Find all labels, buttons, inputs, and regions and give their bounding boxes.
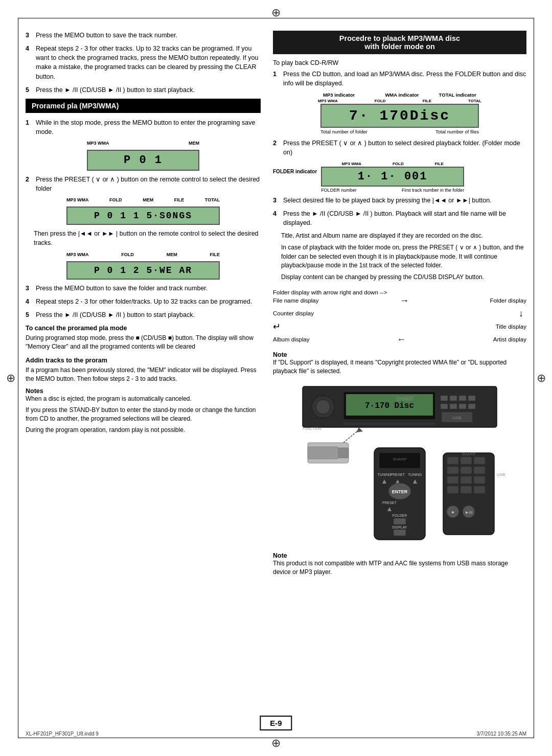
prog-step-5: 5 Press the ► /II (CD/USB ► /II ) button… xyxy=(26,310,261,319)
prog-step-5-content: Press the ► /II (CD/USB ► /II ) button t… xyxy=(36,310,261,319)
flow-arrow-down: ↓ xyxy=(314,308,526,319)
lcd2-ind2: FOLD xyxy=(109,197,122,202)
folder-indicator-label: FOLDER indicator xyxy=(273,169,317,174)
svg-rect-46 xyxy=(461,467,472,474)
flow-folder-label: Folder display xyxy=(490,297,526,304)
lcd-fold-ind1: MP3 WMA xyxy=(318,99,338,103)
lcd-display-3-wrapper: MP3 WMA FOLD MEM FILE P 0 1 2 5·WE AR xyxy=(66,252,220,280)
svg-rect-11 xyxy=(441,404,448,409)
total-indicator-label: TOTAL indicator xyxy=(439,92,476,98)
lcd2-fold-ind2: FOLD xyxy=(393,162,404,166)
prog-step-2: 2 Press the PRESET ( ∨ or ∧ ) button on … xyxy=(26,175,261,193)
svg-rect-39 xyxy=(394,530,406,536)
lcd-display-2-wrapper: MP3 WMA FOLD MEM FILE TOTAL P 0 1 1 5·S0… xyxy=(66,197,220,225)
svg-text:PRESET: PRESET xyxy=(390,473,405,476)
lcd-display-2: P 0 1 1 5·S0NGS xyxy=(66,207,220,225)
step-num-3: 3 xyxy=(26,31,33,40)
prog-step-num-2: 2 xyxy=(26,175,33,193)
page-number: E-9 xyxy=(260,716,292,730)
lcd3-ind4: FILE xyxy=(210,252,220,257)
svg-rect-7 xyxy=(441,396,448,401)
lcd-display-1: P 0 1 xyxy=(87,150,199,171)
prog-step-2-content: Press the PRESET ( ∨ or ∧ ) button on th… xyxy=(36,175,261,193)
svg-rect-43 xyxy=(461,457,472,464)
svg-rect-49 xyxy=(461,476,472,484)
flow-enter-arrow: ↵ xyxy=(273,321,281,332)
left-column: 3 Press the MEMO button to save the trac… xyxy=(26,31,261,577)
step-num-4: 4 xyxy=(26,44,33,81)
right-column: Procedre to plaack MP3/WMA disc with fol… xyxy=(273,31,526,577)
step-5: 5 Press the ► /II (CD/USB ► /II ) button… xyxy=(26,85,261,95)
right-step-4-content: Press the ► /II (CD/USB ► /II ) button. … xyxy=(283,209,526,227)
svg-text:►/II: ►/II xyxy=(465,510,473,515)
prog-step-num-5: 5 xyxy=(26,310,33,319)
right-step-2: 2 Press the PRESET ( ∨ or ∧ ) button to … xyxy=(273,139,526,157)
prog-step-2b: Then press the |◄◄ or ►► | button on the… xyxy=(34,229,261,247)
folder-number-label: FOLDER number xyxy=(321,188,357,193)
svg-point-6 xyxy=(316,400,330,414)
svg-rect-48 xyxy=(447,476,458,484)
notes-title: Notes xyxy=(26,387,261,395)
right-step-num-2: 2 xyxy=(273,139,280,157)
notes-section: Notes When a disc is ejcted, the program… xyxy=(26,387,261,434)
lcd-folder2-display: 1· 1· 001 xyxy=(321,167,464,187)
svg-text:FUNCTION: FUNCTION xyxy=(303,427,321,430)
right-step-1-content: Press the CD button, and load an MP3/WMA… xyxy=(283,70,526,88)
addin-header: Addin tracks to the proram xyxy=(26,357,261,364)
lcd-disc-info-wrapper: MP3 indicator WMA indicator TOTAL indica… xyxy=(273,92,526,134)
right-step-3: 3 Select desired file to be played back … xyxy=(273,196,526,205)
svg-text:USB: USB xyxy=(497,472,505,477)
prog-step-4-content: Repeat steps 2 - 3 for other folder/trac… xyxy=(36,297,261,306)
footer-right: 3/7/2012 10:35:25 AM xyxy=(476,731,526,737)
right-step-num-1: 1 xyxy=(273,70,280,88)
svg-text:ENTER: ENTER xyxy=(392,489,408,494)
prog-step-3: 3 Press the MEMO button to save the fold… xyxy=(26,284,261,293)
svg-marker-23 xyxy=(356,427,363,432)
svg-text:SHARP: SHARP xyxy=(393,457,407,462)
svg-text:7·170 Disc: 7·170 Disc xyxy=(365,401,414,410)
prog-step-1-content: While in the stop mode, press the MEMO b… xyxy=(36,118,261,136)
prog-step-1: 1 While in the stop mode, press the MEMO… xyxy=(26,118,261,136)
svg-rect-47 xyxy=(474,467,485,474)
device-illustration-area: 7·170 Disc SHARP xyxy=(273,381,526,545)
right-step-1: 1 Press the CD button, and load an MP3/W… xyxy=(273,70,526,88)
lcd2-ind4: FILE xyxy=(174,197,185,202)
flow-arrow-left-1: ← xyxy=(310,334,493,345)
right-step-4: 4 Press the ► /II (CD/USB ► /II ) button… xyxy=(273,209,526,227)
prog-step-4: 4 Repeat steps 2 - 3 for other folder/tr… xyxy=(26,297,261,306)
svg-text:SHARP: SHARP xyxy=(462,452,476,456)
footer-left: XL-HF201P_HF301P_U8.indd 9 xyxy=(26,731,99,737)
step-4-content: Repeat steps 2 - 3 for other tracks. Up … xyxy=(36,44,261,81)
wma-indicator-label: WMA indicator xyxy=(385,92,419,98)
bottom-note-box: Note This product is not compatible with… xyxy=(273,550,526,577)
lcd1-ind-mp3wma: MP3 WMA xyxy=(87,141,109,146)
lcd3-ind1: MP3 WMA xyxy=(66,252,89,257)
right-step-3-content: Select desired file to be played back by… xyxy=(283,196,526,205)
svg-rect-44 xyxy=(474,457,485,464)
info-text-2: In case of playback with the folder mode… xyxy=(281,243,526,270)
flow-album: Album display xyxy=(273,336,310,342)
intro-text: To play back CD-R/RW xyxy=(273,59,526,66)
svg-rect-12 xyxy=(450,404,457,409)
note-3: During the program operation, random pla… xyxy=(26,426,261,434)
total-files-label: Total number of files xyxy=(435,129,479,134)
mp3-indicator-label: MP3 indicator xyxy=(323,92,355,98)
step-num-5: 5 xyxy=(26,85,33,95)
svg-rect-52 xyxy=(461,486,472,493)
folder-mode-header: Procedre to plaack MP3/WMA disc with fol… xyxy=(273,31,526,54)
step-3: 3 Press the MEMO button to save the trac… xyxy=(26,31,261,40)
svg-rect-14 xyxy=(468,404,475,409)
info-text-1: Title, Artist and Album name are display… xyxy=(281,232,526,240)
note-box: Note If "DL Support" is displayed, it me… xyxy=(273,349,526,376)
cancel-text: During programed stop mode, press the ■ … xyxy=(26,334,261,352)
svg-rect-21 xyxy=(338,448,349,458)
svg-rect-18 xyxy=(343,422,435,425)
flow-title-label: Title display xyxy=(496,324,526,330)
right-step-num-3: 3 xyxy=(273,196,280,205)
lcd2-ind5: TOTAL xyxy=(205,197,220,202)
svg-rect-50 xyxy=(474,476,485,484)
svg-rect-13 xyxy=(459,404,466,409)
svg-text:●: ● xyxy=(451,510,454,515)
lcd-display-3: P 0 1 2 5·WE AR xyxy=(66,261,220,280)
lcd2-ind3: MEM xyxy=(143,197,153,202)
